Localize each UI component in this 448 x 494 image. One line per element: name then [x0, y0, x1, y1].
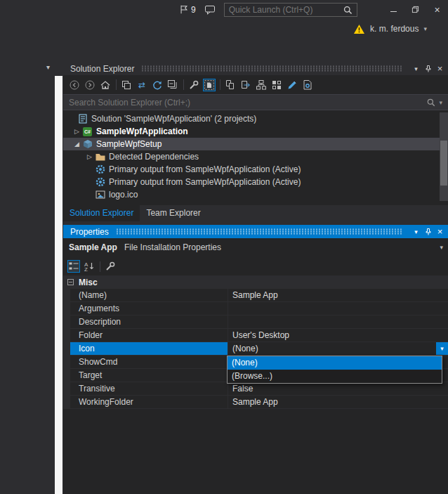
- dropdown-open-button[interactable]: ▾: [436, 342, 448, 355]
- category-row[interactable]: Misc: [63, 275, 448, 289]
- object-selector-combo[interactable]: Sample App File Installation Properties …: [63, 240, 448, 255]
- property-value[interactable]: Sample App: [228, 289, 448, 302]
- property-name[interactable]: ShowCmd: [70, 356, 228, 369]
- tree-item-primary-output[interactable]: Primary output from SampleWpfApplication…: [63, 176, 440, 188]
- restore-icon: [411, 6, 419, 13]
- output-gear-icon: [94, 164, 106, 175]
- collapse-all-icon[interactable]: [166, 79, 179, 91]
- category-label: Misc: [79, 278, 98, 287]
- pin-icon[interactable]: [422, 63, 434, 74]
- scrollbar-thumb[interactable]: [440, 141, 447, 186]
- csharp-project-icon: C#: [81, 127, 93, 136]
- grid-boxes-icon[interactable]: [270, 79, 283, 91]
- property-row[interactable]: Arguments: [63, 302, 448, 316]
- property-value[interactable]: Sample App: [228, 396, 448, 409]
- solution-explorer-panel: Solution Explorer ▾ × ⇄: [63, 62, 448, 205]
- property-name[interactable]: Folder: [70, 329, 228, 342]
- close-icon[interactable]: ×: [434, 63, 446, 74]
- property-value[interactable]: User's Desktop: [228, 329, 448, 342]
- close-button[interactable]: ×: [426, 0, 448, 19]
- window-position-chevron-icon[interactable]: ▾: [410, 226, 422, 238]
- panel-title: Solution Explorer: [70, 64, 134, 74]
- edit-pencil-icon[interactable]: [286, 79, 298, 91]
- forward-icon[interactable]: [84, 79, 96, 91]
- property-row[interactable]: Folder User's Desktop: [63, 329, 448, 342]
- documents-icon[interactable]: [224, 79, 237, 91]
- link-documents-icon[interactable]: [239, 79, 252, 91]
- tool-window-tabs: Solution Explorer Team Explorer: [63, 205, 448, 221]
- property-row[interactable]: Transitive False: [63, 382, 448, 396]
- collapse-category-icon[interactable]: [67, 279, 74, 285]
- tree-item-project[interactable]: ▷ C# SampleWpfApplication: [63, 125, 440, 138]
- expander-collapsed-icon[interactable]: ▷: [72, 128, 81, 135]
- chevron-down-icon[interactable]: ▾: [440, 244, 443, 251]
- pin-icon[interactable]: [422, 226, 434, 238]
- tree-item-label: SampleWpfApplication: [96, 126, 188, 136]
- expander-expanded-icon[interactable]: ◢: [72, 141, 81, 148]
- solution-tree: Solution 'SampleWpfApplication' (2 proje…: [63, 112, 440, 201]
- notifications-button[interactable]: 9: [179, 4, 196, 15]
- solution-explorer-titlebar[interactable]: Solution Explorer ▾ ×: [63, 62, 448, 75]
- tab-team-explorer[interactable]: Team Explorer: [140, 205, 206, 221]
- account-menu[interactable]: k. m. ferdous ▾: [353, 23, 427, 34]
- minimize-button[interactable]: [383, 0, 404, 19]
- setup-project-icon: [81, 138, 93, 150]
- search-options-chevron-icon[interactable]: ▾: [439, 99, 442, 106]
- property-value[interactable]: [228, 302, 448, 316]
- property-row-icon-selected[interactable]: Icon (None) ▾: [63, 342, 448, 356]
- toolbar-separator: [220, 79, 220, 90]
- tree-item-dependencies[interactable]: ▷ Detected Dependencies: [63, 150, 440, 163]
- back-icon[interactable]: [68, 79, 81, 91]
- quick-launch-input[interactable]: [224, 3, 357, 17]
- drag-grip[interactable]: [116, 228, 403, 235]
- property-row[interactable]: Description: [63, 316, 448, 329]
- property-name[interactable]: WorkingFolder: [70, 396, 228, 409]
- property-value[interactable]: [228, 316, 448, 329]
- tree-item-label: Solution 'SampleWpfApplication' (2 proje…: [91, 114, 256, 124]
- categorized-icon[interactable]: [67, 260, 80, 273]
- document-preview-icon[interactable]: [301, 79, 314, 91]
- tree-item-setup-project[interactable]: ◢ SampleWpfSetup: [63, 138, 440, 150]
- property-name[interactable]: Transitive: [70, 382, 228, 396]
- alphabetical-sort-icon[interactable]: AZ: [83, 260, 95, 273]
- quick-launch-field[interactable]: [225, 4, 357, 16]
- search-icon[interactable]: [426, 98, 436, 108]
- dropdown-option-browse[interactable]: (Browse...): [228, 370, 442, 383]
- solution-explorer-search[interactable]: ▾: [63, 94, 448, 110]
- drag-grip[interactable]: [141, 65, 403, 72]
- property-row[interactable]: (Name) Sample App: [63, 289, 448, 302]
- search-input[interactable]: [63, 98, 426, 108]
- property-value[interactable]: False: [228, 382, 448, 396]
- svg-text:Z: Z: [84, 266, 88, 272]
- feedback-icon[interactable]: [204, 4, 216, 15]
- property-row[interactable]: WorkingFolder Sample App: [63, 396, 448, 409]
- home-icon[interactable]: [99, 79, 112, 91]
- close-icon[interactable]: ×: [434, 226, 446, 238]
- refresh-icon[interactable]: [151, 79, 164, 91]
- window-position-chevron-icon[interactable]: ▾: [410, 63, 422, 74]
- window-controls: ×: [383, 0, 448, 19]
- class-diagram-icon[interactable]: [255, 79, 268, 91]
- tree-scrollbar[interactable]: [440, 112, 448, 201]
- expander-collapsed-icon[interactable]: ▷: [85, 153, 94, 160]
- properties-titlebar[interactable]: Properties ▾ ×: [63, 225, 448, 238]
- panel-menu-chevron-icon[interactable]: ▾: [46, 63, 50, 71]
- property-name[interactable]: Icon: [70, 342, 228, 356]
- tree-item-logo-ico[interactable]: logo.ico: [63, 188, 440, 201]
- icon-value-text: (None): [232, 344, 258, 353]
- dropdown-option-none[interactable]: (None): [228, 356, 442, 370]
- tree-item-solution[interactable]: Solution 'SampleWpfApplication' (2 proje…: [63, 112, 440, 125]
- show-all-files-icon[interactable]: [203, 79, 216, 91]
- property-name[interactable]: Description: [70, 316, 228, 329]
- tab-solution-explorer[interactable]: Solution Explorer: [63, 205, 140, 221]
- property-name[interactable]: (Name): [70, 289, 228, 302]
- property-name[interactable]: Target: [70, 369, 228, 382]
- restore-button[interactable]: [404, 0, 426, 19]
- switch-views-icon[interactable]: [120, 79, 133, 91]
- sync-with-active-document-icon[interactable]: ⇄: [136, 79, 148, 91]
- property-pages-wrench-icon[interactable]: [104, 260, 117, 273]
- property-name[interactable]: Arguments: [70, 302, 228, 316]
- property-value[interactable]: (None) ▾: [228, 342, 448, 356]
- properties-wrench-icon[interactable]: [187, 79, 200, 91]
- tree-item-primary-output[interactable]: Primary output from SampleWpfApplication…: [63, 163, 440, 176]
